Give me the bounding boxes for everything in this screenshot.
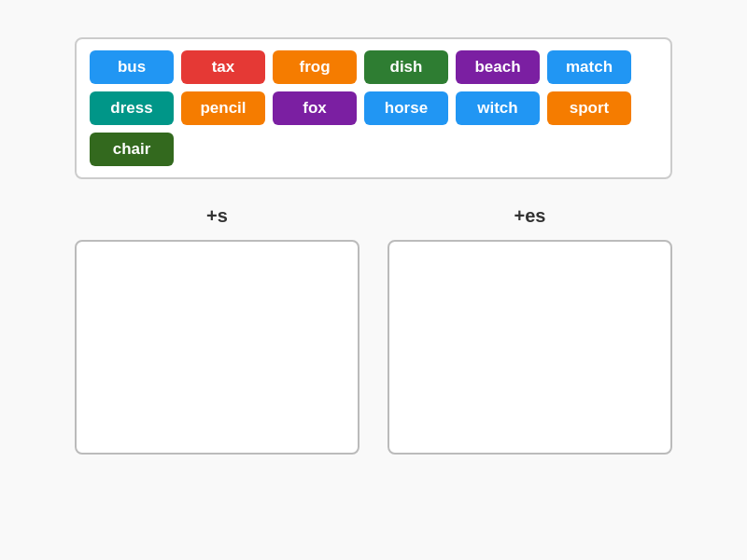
word-tile-sport[interactable]: sport — [547, 91, 631, 125]
drop-zone-plus-s[interactable] — [75, 240, 359, 455]
word-tile-dress[interactable]: dress — [90, 91, 174, 125]
word-tile-witch[interactable]: witch — [456, 91, 540, 125]
word-tile-tax[interactable]: tax — [181, 50, 265, 84]
drop-column-plus-s: +s — [75, 205, 359, 455]
word-tile-horse[interactable]: horse — [364, 91, 448, 125]
word-tile-chair[interactable]: chair — [90, 133, 174, 166]
word-tile-match[interactable]: match — [547, 50, 631, 84]
drop-zone-plus-es[interactable] — [388, 240, 672, 455]
drop-label-plus-s: +s — [206, 205, 228, 227]
word-tile-beach[interactable]: beach — [456, 50, 540, 84]
drop-label-plus-es: +es — [514, 205, 546, 227]
word-bank: bustaxfrogdishbeachmatchdresspencilfoxho… — [75, 37, 672, 179]
drop-column-plus-es: +es — [388, 205, 672, 455]
drop-section: +s +es — [75, 205, 672, 455]
word-tile-pencil[interactable]: pencil — [181, 91, 265, 125]
word-tile-bus[interactable]: bus — [90, 50, 174, 84]
word-tile-dish[interactable]: dish — [364, 50, 448, 84]
word-tile-frog[interactable]: frog — [273, 50, 357, 84]
word-tile-fox[interactable]: fox — [273, 91, 357, 125]
